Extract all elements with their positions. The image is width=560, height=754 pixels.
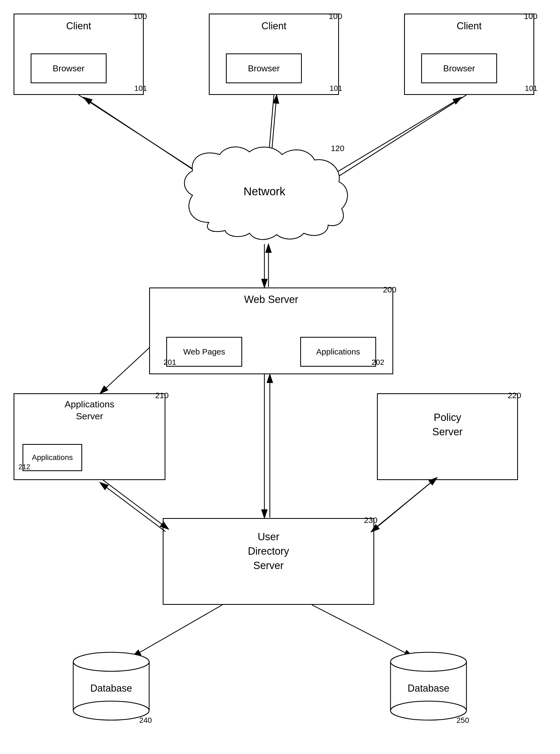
policy-server-box: PolicyServer 220 xyxy=(377,393,518,480)
svg-line-11 xyxy=(103,480,168,529)
policy-server-label: PolicyServer xyxy=(378,394,517,439)
browser-1-ref: 101 xyxy=(134,84,147,93)
browser-label-3: Browser xyxy=(443,63,475,74)
network-cloud: Network 120 xyxy=(176,141,353,244)
web-apps-ref: 202 xyxy=(372,358,384,367)
svg-text:Database: Database xyxy=(90,683,132,694)
svg-line-14 xyxy=(374,478,437,529)
app-server-inner-label: Applications xyxy=(32,453,73,462)
user-dir-label: UserDirectoryServer xyxy=(163,519,374,573)
db2-ref: 250 xyxy=(456,716,469,725)
web-server-label: Web Server xyxy=(150,288,393,305)
browser-2-ref: 101 xyxy=(329,84,342,93)
app-server-label: ApplicationsServer xyxy=(14,394,165,422)
diagram: Client Browser 100 101 Client Browser 10… xyxy=(0,0,560,754)
web-pages-ref: 201 xyxy=(163,358,176,367)
user-dir-ref: 230 xyxy=(364,516,378,525)
svg-point-21 xyxy=(73,701,149,720)
svg-point-22 xyxy=(73,652,149,671)
web-server-box: Web Server Web Pages Applications 200 20… xyxy=(149,287,393,374)
svg-line-12 xyxy=(100,483,165,532)
client-1-label: Client xyxy=(14,14,143,33)
policy-server-ref: 220 xyxy=(508,391,521,400)
client-box-3: Client Browser 100 101 xyxy=(404,14,534,95)
browser-box-3: Browser xyxy=(421,54,497,83)
app-server-inner-box: Applications xyxy=(22,444,82,471)
browser-box-2: Browser xyxy=(226,54,302,83)
db1-container: Database 240 xyxy=(71,648,152,725)
web-apps-box: Applications xyxy=(300,337,376,367)
db1-ref: 240 xyxy=(139,716,152,725)
db2-container: Database 250 xyxy=(388,648,469,725)
client-2-label: Client xyxy=(209,14,338,33)
browser-label-2: Browser xyxy=(248,63,280,74)
client-3-label: Client xyxy=(405,14,534,33)
user-dir-box: UserDirectoryServer 230 xyxy=(163,518,374,605)
svg-line-13 xyxy=(372,480,434,532)
arrows-svg xyxy=(0,0,560,754)
app-server-box: ApplicationsServer Applications 210 212 xyxy=(14,393,165,480)
browser-label-1: Browser xyxy=(53,63,84,74)
client-box-1: Client Browser 100 101 xyxy=(14,14,144,95)
client-box-2: Client Browser 100 101 xyxy=(209,14,339,95)
client-2-ref: 100 xyxy=(329,12,342,21)
svg-point-27 xyxy=(391,701,466,720)
web-apps-label: Applications xyxy=(316,347,360,356)
web-pages-label: Web Pages xyxy=(183,347,225,356)
svg-line-8 xyxy=(100,347,150,393)
web-server-ref: 200 xyxy=(383,285,397,294)
app-server-ref: 210 xyxy=(155,391,169,400)
svg-point-28 xyxy=(391,652,466,671)
client-1-ref: 100 xyxy=(134,12,147,21)
client-3-ref: 100 xyxy=(524,12,538,21)
browser-box-1: Browser xyxy=(31,54,106,83)
web-pages-box: Web Pages xyxy=(166,337,242,367)
network-ref: 120 xyxy=(331,144,344,153)
browser-3-ref: 101 xyxy=(525,84,538,93)
svg-text:Network: Network xyxy=(243,185,285,198)
app-server-inner-ref: 212 xyxy=(18,463,30,471)
svg-text:Database: Database xyxy=(407,683,449,694)
